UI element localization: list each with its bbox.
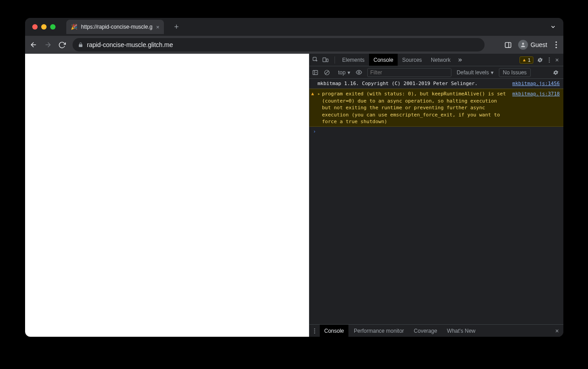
drawer-tab-coverage[interactable]: Coverage — [409, 325, 442, 337]
tabs-overflow-button[interactable] — [457, 57, 463, 63]
profile-label: Guest — [531, 41, 547, 48]
svg-point-13 — [549, 61, 549, 62]
dropdown-caret-icon: ▾ — [491, 69, 494, 76]
device-toolbar-button[interactable] — [322, 56, 332, 63]
inspect-element-button[interactable] — [312, 56, 322, 63]
side-panel-button[interactable] — [504, 41, 512, 49]
new-tab-button[interactable]: + — [170, 22, 183, 32]
devtools-menu-button[interactable] — [547, 57, 552, 63]
warnings-badge[interactable]: ▲ 1 — [519, 56, 533, 64]
warning-triangle-icon: ▲ — [522, 57, 527, 62]
drawer-close-button[interactable]: × — [554, 327, 561, 335]
log-source-link[interactable]: mkbitmap.js:1456 — [512, 80, 560, 87]
log-message: mkbitmap 1.16. Copyright (C) 2001-2019 P… — [318, 80, 508, 87]
svg-point-5 — [555, 41, 557, 43]
svg-point-19 — [314, 328, 315, 329]
svg-rect-9 — [323, 58, 326, 62]
address-bar[interactable]: rapid-concise-muscle.glitch.me — [73, 38, 485, 51]
minimize-window-button[interactable] — [41, 24, 47, 30]
warnings-count: 1 — [528, 57, 531, 63]
content-area: Elements Console Sources Network ▲ 1 — [25, 54, 563, 337]
forward-button[interactable] — [44, 41, 54, 49]
log-message: program exited (with status: 0), but kee… — [318, 90, 508, 125]
browser-window: 🎉 https://rapid-concise-muscle.g × + rap… — [25, 18, 563, 337]
reload-button[interactable] — [58, 41, 68, 49]
browser-menu-button[interactable] — [554, 41, 559, 48]
svg-rect-2 — [505, 42, 511, 47]
svg-point-4 — [522, 43, 524, 45]
console-body[interactable]: mkbitmap 1.16. Copyright (C) 2001-2019 P… — [309, 79, 563, 324]
issues-button[interactable]: No Issues — [499, 68, 531, 77]
context-selector[interactable]: top ▾ — [335, 69, 353, 77]
console-warn-row: ▲ program exited (with status: 0), but k… — [309, 89, 563, 127]
profile-button[interactable]: Guest — [518, 40, 547, 50]
console-log-row: mkbitmap 1.16. Copyright (C) 2001-2019 P… — [309, 79, 563, 89]
console-sidebar-toggle[interactable] — [312, 69, 321, 76]
svg-rect-10 — [326, 59, 328, 62]
drawer-menu-button[interactable] — [312, 328, 317, 334]
drawer-tab-console[interactable]: Console — [320, 325, 348, 337]
devtools-panel: Elements Console Sources Network ▲ 1 — [309, 54, 563, 337]
svg-point-18 — [358, 72, 360, 73]
url-text: rapid-concise-muscle.glitch.me — [87, 41, 173, 48]
page-viewport[interactable] — [25, 54, 309, 337]
tab-network[interactable]: Network — [426, 54, 455, 66]
svg-point-20 — [314, 330, 315, 331]
prompt-caret-icon: › — [313, 129, 316, 134]
levels-label: Default levels — [457, 69, 489, 76]
console-toolbar: top ▾ Default levels ▾ No Issues — [309, 66, 563, 79]
clear-console-button[interactable] — [324, 69, 333, 76]
drawer-tab-performance-monitor[interactable]: Performance monitor — [349, 325, 408, 337]
svg-point-11 — [549, 57, 549, 58]
tab-elements[interactable]: Elements — [338, 54, 369, 66]
browser-toolbar: rapid-concise-muscle.glitch.me Guest — [25, 36, 563, 54]
devtools-drawer: Console Performance monitor Coverage Wha… — [309, 324, 563, 337]
svg-rect-14 — [313, 70, 318, 74]
log-source-link[interactable]: mkbitmap.js:3718 — [512, 90, 560, 125]
svg-point-7 — [555, 47, 557, 48]
tab-title: https://rapid-concise-muscle.g — [81, 24, 152, 30]
context-label: top — [338, 69, 346, 76]
maximize-window-button[interactable] — [50, 24, 56, 30]
close-window-button[interactable] — [32, 24, 38, 30]
svg-line-17 — [326, 71, 329, 74]
console-prompt[interactable]: › — [309, 127, 563, 136]
console-settings-button[interactable] — [551, 69, 561, 76]
window-controls — [29, 24, 58, 30]
drawer-tab-whats-new[interactable]: What's New — [442, 325, 480, 337]
dropdown-caret-icon: ▾ — [348, 69, 350, 76]
back-button[interactable] — [30, 41, 39, 49]
devtools-tabs: Elements Console Sources Network ▲ 1 — [309, 54, 563, 66]
tab-sources[interactable]: Sources — [398, 54, 426, 66]
devtools-close-button[interactable]: × — [554, 56, 561, 64]
warning-icon: ▲ — [311, 90, 314, 97]
tab-console[interactable]: Console — [369, 54, 398, 66]
svg-rect-8 — [313, 57, 317, 61]
close-tab-button[interactable]: × — [156, 24, 159, 30]
favicon-icon: 🎉 — [71, 24, 77, 30]
browser-tab[interactable]: 🎉 https://rapid-concise-muscle.g × — [66, 20, 164, 34]
live-expression-button[interactable] — [356, 69, 365, 76]
devtools-settings-button[interactable] — [535, 57, 545, 63]
svg-point-12 — [549, 59, 549, 60]
avatar-icon — [518, 40, 528, 50]
log-levels-selector[interactable]: Default levels ▾ — [457, 69, 494, 76]
lock-icon — [78, 42, 83, 47]
console-filter-input[interactable] — [367, 68, 451, 77]
svg-point-6 — [555, 44, 557, 45]
tabs-dropdown-button[interactable] — [550, 24, 556, 30]
tab-strip: 🎉 https://rapid-concise-muscle.g × + — [25, 18, 563, 36]
svg-point-21 — [314, 332, 315, 333]
